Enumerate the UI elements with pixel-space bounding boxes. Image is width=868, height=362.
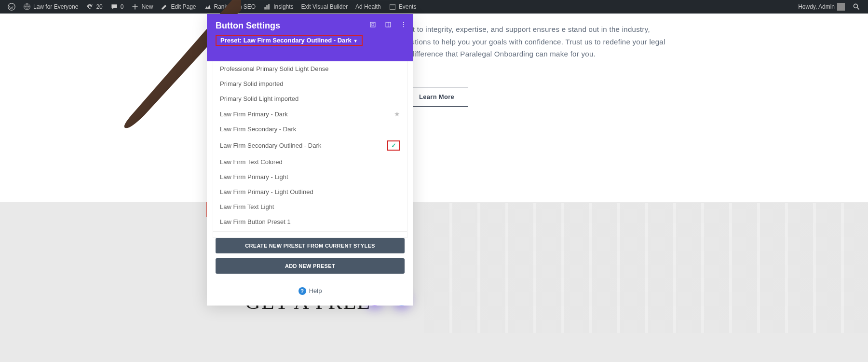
divider (213, 231, 407, 232)
preset-item-label: Law Firm Secondary - Dark (220, 125, 296, 133)
edit-page[interactable]: Edit Page (157, 0, 200, 14)
events[interactable]: Events (385, 0, 420, 14)
preset-item-label: Law Firm Text Colored (220, 158, 283, 166)
svg-point-14 (403, 24, 404, 25)
preset-item-label: Law Firm Button Preset 1 (220, 218, 291, 225)
chevron-down-icon: ▼ (353, 39, 358, 43)
expand-icon[interactable] (369, 21, 377, 28)
svg-rect-3 (267, 5, 268, 10)
preset-item-label: Law Firm Secondary Outlined - Dark (220, 142, 321, 149)
refresh-icon (86, 3, 94, 11)
svg-point-0 (8, 3, 15, 10)
svg-rect-4 (269, 4, 270, 9)
preset-item-label: Primary Solid Light imported (220, 95, 298, 102)
help-label: Help (309, 287, 322, 294)
howdy-text: Howdy, Admin (798, 3, 835, 10)
wp-admin-bar: Law for Everyone 20 0 New Edit Page Rank… (0, 0, 868, 14)
exit-vb-label: Exit Visual Builder (301, 3, 348, 10)
preset-item-label: Law Firm Primary - Dark (220, 111, 288, 118)
rank-math[interactable]: Rank Math SEO (200, 0, 260, 14)
preset-item[interactable]: Law Firm Primary - Dark★ (213, 106, 407, 122)
kebab-icon[interactable] (400, 21, 407, 28)
check-icon: ✓ (391, 142, 396, 149)
svg-rect-2 (265, 7, 266, 10)
ad-health-label: Ad Health (355, 3, 381, 10)
preset-item[interactable]: Law Firm Secondary Outlined - Dark✓ (213, 137, 407, 154)
add-preset-button[interactable]: ADD NEW PRESET (216, 258, 405, 274)
preset-item[interactable]: Law Firm Primary - Light Outlined (213, 184, 407, 199)
preset-item-label: Primary Solid imported (220, 80, 284, 87)
preset-dropdown[interactable]: Preset: Law Firm Secondary Outlined - Da… (216, 35, 363, 46)
preset-item[interactable]: Law Firm Secondary - Dark (213, 122, 407, 137)
preset-list: Professional Primary Solid Light DensePr… (213, 61, 407, 238)
svg-rect-10 (370, 22, 375, 27)
create-preset-button[interactable]: CREATE NEW PRESET FROM CURRENT STYLES (216, 238, 405, 253)
pencil-icon (161, 3, 168, 11)
preset-item[interactable]: Law Firm Button Preset 1 (213, 214, 407, 229)
howdy[interactable]: Howdy, Admin (794, 0, 849, 14)
preset-item-label: Professional Primary Solid Light Dense (220, 65, 328, 72)
svg-point-6 (854, 4, 857, 8)
svg-rect-5 (390, 4, 395, 9)
events-label: Events (399, 3, 417, 10)
search-icon (853, 3, 860, 11)
selected-indicator: ✓ (387, 140, 400, 151)
help-icon: ? (298, 287, 306, 295)
insights-label: Insights (273, 3, 293, 10)
globe-icon (23, 3, 31, 11)
plus-icon (131, 3, 139, 11)
svg-point-15 (403, 26, 404, 27)
help-link[interactable]: ?Help (207, 278, 413, 306)
preset-item[interactable]: Primary Solid Light imported (213, 91, 407, 106)
site-name-text: Law for Everyone (33, 3, 78, 10)
svg-point-13 (403, 22, 404, 23)
svg-rect-11 (372, 24, 374, 26)
edit-page-label: Edit Page (171, 3, 196, 10)
preset-item[interactable]: Law Firm Text Light (213, 199, 407, 214)
wordpress-icon (8, 3, 15, 11)
preset-item[interactable]: Professional Primary Solid Light Dense (213, 61, 407, 76)
comment-icon (110, 3, 118, 11)
comments[interactable]: 0 (107, 0, 128, 14)
updates-count: 20 (96, 3, 102, 10)
learn-more-button[interactable]: Learn More (405, 87, 468, 107)
new-label: New (141, 3, 153, 10)
calendar-icon (389, 3, 396, 11)
preset-item[interactable]: Primary Solid imported (213, 76, 407, 91)
columns-photo (424, 203, 868, 333)
chart-icon (263, 3, 271, 11)
preset-item-label: Law Firm Text Light (220, 203, 274, 210)
search-toggle[interactable] (849, 0, 864, 14)
preset-item-label: Law Firm Primary - Light Outlined (220, 188, 313, 195)
avatar (837, 3, 845, 11)
comments-count: 0 (121, 3, 124, 10)
exit-vb[interactable]: Exit Visual Builder (298, 0, 352, 14)
new-content[interactable]: New (127, 0, 157, 14)
wp-logo[interactable] (4, 0, 19, 14)
star-icon: ★ (394, 110, 400, 118)
ad-health[interactable]: Ad Health (352, 0, 385, 14)
button-settings-modal: Button Settings Preset: Law Firm Seconda… (207, 14, 413, 306)
insights[interactable]: Insights (259, 0, 297, 14)
preset-label: Preset: Law Firm Secondary Outlined - Da… (220, 37, 352, 44)
preset-item[interactable]: Law Firm Text Colored (213, 154, 407, 169)
site-name[interactable]: Law for Everyone (19, 0, 82, 14)
modal-header: Button Settings Preset: Law Firm Seconda… (207, 14, 413, 61)
seo-icon (204, 3, 212, 11)
updates[interactable]: 20 (82, 0, 106, 14)
snap-icon[interactable] (384, 21, 392, 28)
preset-item-label: Law Firm Primary - Light (220, 173, 288, 181)
rank-math-label: Rank Math SEO (214, 3, 256, 10)
preset-item[interactable]: Law Firm Primary - Light (213, 169, 407, 184)
